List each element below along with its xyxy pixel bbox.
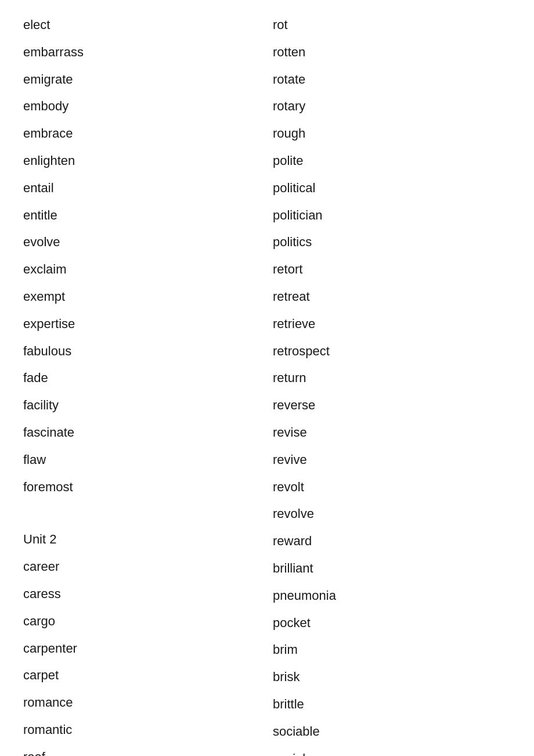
list-item: exclaim <box>17 256 267 283</box>
list-item: rotate <box>267 66 517 93</box>
list-item: politician <box>267 202 517 229</box>
list-item: social <box>267 746 517 756</box>
list-item: evolve <box>17 229 267 256</box>
list-item: cargo <box>17 608 267 635</box>
list-item: rot <box>267 12 517 39</box>
list-item: entail <box>17 175 267 202</box>
list-item: foremost <box>17 474 267 501</box>
list-item: brilliant <box>267 555 517 582</box>
list-item: retreat <box>267 283 517 311</box>
list-item: sociable <box>267 718 517 746</box>
left-column: electembarrassemigrateembodyembraceenlig… <box>17 12 267 756</box>
list-item: polite <box>267 147 517 175</box>
list-item: expertise <box>17 311 267 338</box>
list-item: political <box>267 175 517 202</box>
list-item: emigrate <box>17 66 267 93</box>
list-item: revive <box>267 447 517 474</box>
list-item: pneumonia <box>267 582 517 610</box>
list-item: fade <box>17 365 267 392</box>
list-item: rough <box>267 120 517 147</box>
word-list-container: electembarrassemigrateembodyembraceenlig… <box>17 12 517 756</box>
list-item: brisk <box>267 664 517 691</box>
list-item: revolt <box>267 474 517 501</box>
list-item: fabulous <box>17 338 267 365</box>
unit-header: Unit 2 <box>17 526 267 553</box>
list-item: revolve <box>267 501 517 528</box>
list-item: embarrass <box>17 39 267 66</box>
list-item: politics <box>267 229 517 256</box>
list-item: rotary <box>267 93 517 120</box>
list-item: brittle <box>267 691 517 718</box>
list-item: elect <box>17 12 267 39</box>
list-item: entitle <box>17 202 267 229</box>
list-item: embody <box>17 93 267 120</box>
spacer <box>17 501 267 526</box>
list-item: reward <box>267 528 517 555</box>
list-item: embrace <box>17 120 267 147</box>
list-item: retrospect <box>267 338 517 365</box>
list-item: fascinate <box>17 419 267 447</box>
list-item: enlighten <box>17 147 267 175</box>
list-item: exempt <box>17 283 267 311</box>
list-item: romance <box>17 689 267 717</box>
list-item: roof <box>17 744 267 756</box>
list-item: career <box>17 553 267 581</box>
list-item: brim <box>267 636 517 664</box>
right-column: rotrottenrotaterotaryroughpolitepolitica… <box>267 12 517 756</box>
list-item: retort <box>267 256 517 283</box>
list-item: carpenter <box>17 635 267 663</box>
list-item: romantic <box>17 717 267 744</box>
list-item: reverse <box>267 392 517 419</box>
list-item: retrieve <box>267 311 517 338</box>
list-item: rotten <box>267 39 517 66</box>
list-item: caress <box>17 581 267 608</box>
list-item: revise <box>267 419 517 447</box>
list-item: return <box>267 365 517 392</box>
list-item: pocket <box>267 610 517 637</box>
list-item: carpet <box>17 662 267 689</box>
list-item: flaw <box>17 447 267 474</box>
list-item: facility <box>17 392 267 419</box>
